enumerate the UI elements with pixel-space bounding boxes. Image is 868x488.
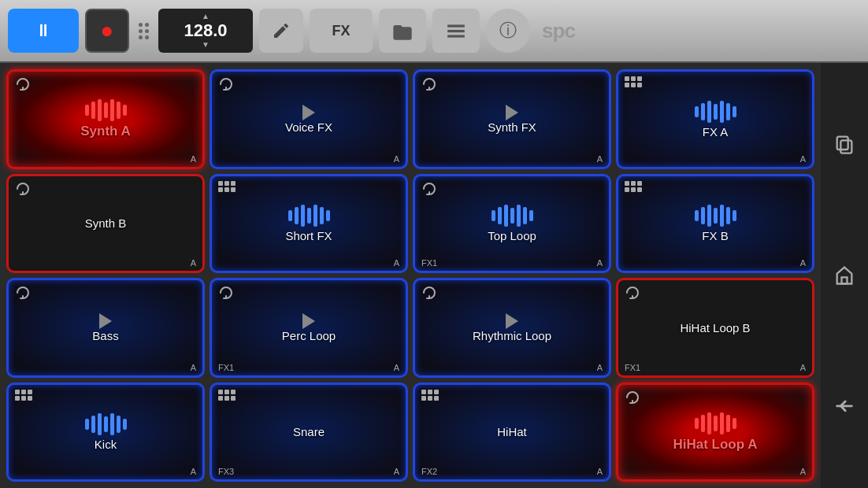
waveform <box>85 412 127 436</box>
home-icon <box>833 264 855 287</box>
copy-icon <box>833 133 855 155</box>
drag-handle[interactable] <box>135 20 152 43</box>
copy-button[interactable] <box>829 128 860 160</box>
loop-icon <box>15 181 31 197</box>
home-button[interactable] <box>829 260 860 291</box>
pad-suffix: A <box>394 258 399 268</box>
spc-button[interactable]: spc <box>536 9 581 53</box>
pad-suffix: A <box>191 258 196 268</box>
loop-icon <box>421 76 437 92</box>
waveform <box>695 100 736 124</box>
loop-icon <box>625 390 640 405</box>
pad-fx-b[interactable]: FX BA <box>616 174 814 274</box>
svg-rect-3 <box>840 141 851 153</box>
folder-icon <box>391 21 414 40</box>
pad-suffix: A <box>597 154 603 164</box>
svg-rect-1 <box>447 30 465 32</box>
info-button[interactable]: ⓘ <box>486 9 530 53</box>
pad-perc-loop[interactable]: Perc LoopFX1A <box>210 278 408 378</box>
list-button[interactable] <box>432 9 480 53</box>
edit-button[interactable] <box>259 9 303 53</box>
loop-icon <box>218 285 234 301</box>
pad-synth-b[interactable]: Synth BA <box>6 174 205 274</box>
play-arrow <box>506 313 518 329</box>
pad-suffix: A <box>597 258 603 268</box>
pad-hihat-loop-a[interactable]: HiHat Loop AA <box>616 383 814 482</box>
pad-label: Short FX <box>285 229 332 242</box>
grid-icon <box>421 390 439 401</box>
pad-top-loop[interactable]: Top LoopFX1A <box>413 174 611 274</box>
pad-grid: Synth AA Voice FXA Synth FXAFX AA Synth … <box>0 63 821 488</box>
pad-suffix: A <box>191 467 196 476</box>
pad-suffix: A <box>800 467 806 476</box>
bpm-up-arrow[interactable]: ▲ <box>202 13 210 20</box>
grid-icon <box>218 181 236 192</box>
pad-fx-label: FX3 <box>218 467 234 476</box>
pad-suffix: A <box>597 363 603 372</box>
grid-icon <box>625 181 642 192</box>
pad-fx-label: FX2 <box>421 467 437 476</box>
fx-button[interactable]: FX <box>310 9 373 53</box>
svg-rect-2 <box>447 35 465 37</box>
list-icon <box>446 22 466 39</box>
pad-label: Bass <box>92 329 118 342</box>
pad-suffix: A <box>191 154 196 164</box>
svg-rect-5 <box>842 277 848 283</box>
loop-icon <box>421 181 437 197</box>
pad-bass[interactable]: BassA <box>6 278 205 378</box>
pad-fx-label: FX1 <box>218 363 234 372</box>
fx-label: FX <box>332 23 350 39</box>
main-area: Synth AA Voice FXA Synth FXAFX AA Synth … <box>0 63 868 488</box>
sidebar <box>821 63 868 488</box>
pad-label: Voice FX <box>285 120 332 134</box>
play-arrow <box>302 105 315 120</box>
pad-label: Snare <box>293 425 325 438</box>
pad-voice-fx[interactable]: Voice FXA <box>210 69 408 169</box>
loop-icon <box>15 76 31 92</box>
pad-suffix: A <box>394 363 399 372</box>
pad-short-fx[interactable]: Short FXA <box>210 174 408 274</box>
pad-suffix: A <box>800 258 806 268</box>
pad-rhythmic-loop[interactable]: Rhythmic LoopA <box>413 278 611 378</box>
grid-icon <box>15 390 32 401</box>
back-button[interactable] <box>829 391 860 423</box>
toolbar: ⏸ ● ▲ 128.0 ▼ FX ⓘ spc <box>0 0 868 63</box>
pad-hihat[interactable]: HiHatFX2A <box>413 383 611 482</box>
back-icon <box>833 396 855 418</box>
pad-fx-a[interactable]: FX AA <box>616 69 814 169</box>
waveform <box>85 98 127 122</box>
pad-suffix: A <box>394 154 399 164</box>
pad-kick[interactable]: KickA <box>6 383 205 482</box>
pad-synth-fx[interactable]: Synth FXA <box>413 69 611 169</box>
bpm-display[interactable]: ▲ 128.0 ▼ <box>158 9 253 53</box>
pad-hihat-loop-b[interactable]: HiHat Loop BFX1A <box>616 278 814 378</box>
pad-suffix: A <box>597 467 603 476</box>
pad-label: HiHat Loop B <box>680 321 750 335</box>
pad-label: Perc Loop <box>282 329 336 342</box>
bpm-value: 128.0 <box>184 20 227 41</box>
pad-label: Top Loop <box>488 229 536 242</box>
pad-label: Synth FX <box>488 120 536 134</box>
pencil-icon <box>272 21 291 40</box>
pad-label: HiHat Loop A <box>673 437 757 453</box>
spc-label: spc <box>542 19 575 43</box>
pad-label: Rhythmic Loop <box>473 329 551 342</box>
loop-icon <box>218 76 234 92</box>
play-arrow <box>506 105 518 120</box>
pad-label: HiHat <box>497 425 527 438</box>
waveform <box>695 412 736 435</box>
pad-snare[interactable]: SnareFX3A <box>210 383 408 482</box>
pad-fx-label: FX1 <box>625 363 640 372</box>
folder-button[interactable] <box>379 9 426 53</box>
pad-label: FX B <box>702 229 728 242</box>
pad-suffix: A <box>800 154 806 164</box>
loop-icon <box>625 285 640 301</box>
pad-fx-label: FX1 <box>421 258 437 268</box>
bpm-down-arrow[interactable]: ▼ <box>202 41 210 49</box>
pad-synth-a[interactable]: Synth AA <box>6 69 205 169</box>
pause-button[interactable]: ⏸ <box>8 9 79 53</box>
loop-icon <box>421 285 437 301</box>
record-button[interactable]: ● <box>85 9 129 53</box>
loop-icon <box>15 285 31 301</box>
svg-rect-0 <box>447 24 465 27</box>
